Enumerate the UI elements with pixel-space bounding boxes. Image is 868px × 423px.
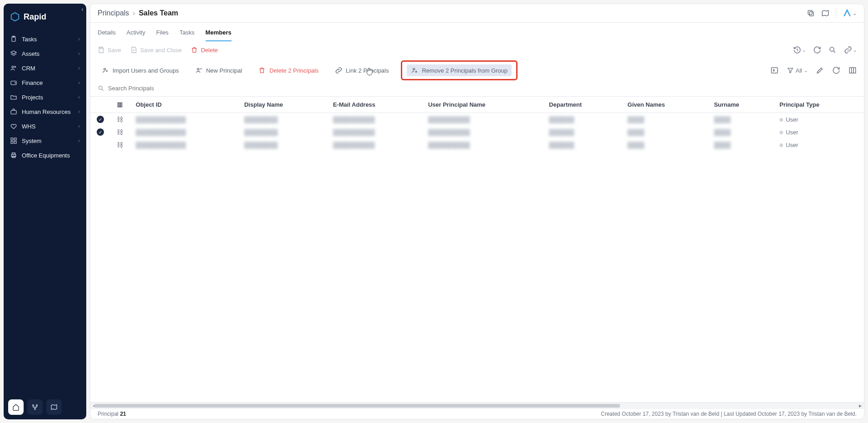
new-principal-button[interactable]: New Principal: [191, 64, 246, 76]
save-toolbar: Save Save and Close Delete ⌄ ⌄: [90, 41, 864, 59]
sidebar-item-system[interactable]: System ›: [4, 133, 86, 148]
action-toolbar-right: All ⌄: [770, 66, 857, 74]
remove-principals-button[interactable]: Remove 2 Principals from Group: [407, 64, 512, 76]
import-users-button[interactable]: Import Users and Groups: [98, 64, 183, 76]
column-picker-header[interactable]: [110, 97, 129, 113]
sidebar-item-whs[interactable]: WHS ›: [4, 119, 86, 133]
app-menu-button[interactable]: ⌄: [843, 9, 857, 18]
tab-activity[interactable]: Activity: [127, 25, 145, 41]
app-logo: Rapid: [4, 4, 86, 32]
heart-icon: [10, 123, 17, 130]
svg-point-5: [15, 66, 16, 68]
edit-button[interactable]: [816, 66, 824, 74]
svg-point-17: [36, 405, 38, 406]
history-icon: [793, 46, 801, 54]
filter-icon: [787, 67, 794, 74]
breadcrumb-parent[interactable]: Principals: [98, 9, 129, 17]
dock-home-button[interactable]: [8, 399, 24, 415]
table-row[interactable]: ✓ ⛓ ████████████████████████████████████…: [90, 113, 864, 126]
sidebar-item-human-resources[interactable]: Human Resources ›: [4, 104, 86, 119]
tab-details[interactable]: Details: [98, 25, 116, 41]
dock-hierarchy-button[interactable]: [27, 399, 43, 415]
save-toolbar-right: ⌄ ⌄: [793, 46, 857, 54]
table-row[interactable]: ⛓ ██████████████████████████████████████…: [90, 138, 864, 151]
tab-tasks[interactable]: Tasks: [179, 25, 194, 41]
sidebar-item-label: Assets: [22, 50, 39, 57]
columns-button[interactable]: [848, 66, 857, 74]
refresh-list-button[interactable]: [832, 66, 840, 74]
svg-rect-35: [118, 103, 118, 107]
trash-icon: [258, 67, 266, 74]
col-surname[interactable]: Surname: [708, 97, 773, 113]
search-icon: [98, 85, 104, 92]
save-button[interactable]: Save: [98, 46, 121, 54]
status-bar: Principal 21 Created October 17, 2023 by…: [90, 408, 864, 419]
search-button[interactable]: [829, 46, 837, 54]
table-row[interactable]: ✓ ⛓ ████████████████████████████████████…: [90, 126, 864, 138]
svg-rect-36: [119, 103, 120, 107]
col-email[interactable]: E-Mail Address: [326, 97, 422, 113]
delete-principals-button[interactable]: Delete 2 Principals: [254, 64, 322, 76]
svg-point-24: [830, 47, 834, 51]
button-label: Save: [108, 47, 121, 54]
chevron-right-icon: ›: [78, 36, 80, 42]
dock-map-button[interactable]: [46, 399, 62, 415]
map-icon[interactable]: [821, 9, 829, 17]
filter-dropdown[interactable]: All ⌄: [787, 67, 808, 74]
col-department[interactable]: Department: [542, 97, 621, 113]
tab-label: Members: [206, 29, 232, 36]
tab-members[interactable]: Members: [206, 25, 232, 41]
col-object-id[interactable]: Object ID: [129, 97, 238, 113]
sidebar-item-office-equipments[interactable]: Office Equipments: [4, 148, 86, 162]
col-upn[interactable]: User Principal Name: [422, 97, 542, 113]
link-dropdown[interactable]: ⌄: [844, 46, 857, 54]
logo-hex-icon: [10, 12, 20, 22]
svg-point-27: [197, 68, 199, 70]
sidebar-item-tasks[interactable]: Tasks ›: [4, 32, 86, 46]
refresh-button[interactable]: [813, 46, 821, 54]
folder-icon: [10, 93, 17, 101]
sidebar: ‹ Rapid Tasks › Assets › CRM ›: [4, 4, 86, 419]
delete-button[interactable]: Delete: [191, 46, 218, 54]
excel-icon: [770, 66, 779, 74]
svg-rect-9: [11, 138, 13, 140]
refresh-icon: [832, 66, 840, 74]
copy-icon[interactable]: [807, 9, 815, 17]
sidebar-item-finance[interactable]: Finance ›: [4, 75, 86, 90]
scrollbar-thumb[interactable]: [94, 404, 620, 408]
export-excel-button[interactable]: [770, 66, 779, 74]
row-selected-check-icon[interactable]: ✓: [97, 116, 104, 123]
sidebar-collapse-button[interactable]: ‹: [81, 5, 84, 13]
record-count: Principal 21: [98, 411, 126, 417]
link-principals-button[interactable]: Link 2 Principals: [331, 64, 393, 76]
chevron-right-icon: ›: [78, 123, 80, 129]
col-principal-type[interactable]: Principal Type: [773, 97, 864, 113]
highlight-annotation: Remove 2 Principals from Group: [401, 60, 518, 80]
row-selected-check-icon[interactable]: ✓: [97, 128, 104, 136]
col-given-names[interactable]: Given Names: [621, 97, 707, 113]
status-dot-icon: [779, 118, 783, 122]
search-input[interactable]: [108, 85, 857, 92]
chevron-right-icon: ›: [78, 108, 80, 115]
breadcrumb: Principals › Sales Team: [98, 9, 178, 17]
audit-meta: Created October 17, 2023 by Tristan van …: [601, 411, 857, 417]
svg-rect-8: [11, 110, 16, 114]
action-toolbar: Import Users and Groups New Principal De…: [90, 59, 864, 82]
chevron-right-icon: ›: [133, 9, 135, 17]
scroll-right-icon[interactable]: ▸: [857, 403, 864, 409]
save-close-icon: [130, 46, 138, 54]
save-and-close-button[interactable]: Save and Close: [130, 46, 182, 54]
svg-rect-23: [100, 47, 102, 49]
col-display-name[interactable]: Display Name: [238, 97, 326, 113]
horizontal-scrollbar[interactable]: ◂ ▸: [90, 402, 864, 408]
history-dropdown[interactable]: ⌄: [793, 46, 806, 54]
sidebar-item-assets[interactable]: Assets ›: [4, 46, 86, 61]
status-dot-icon: [779, 131, 783, 134]
tabs: Details Activity Files Tasks Members: [90, 23, 864, 41]
sidebar-item-crm[interactable]: CRM ›: [4, 61, 86, 75]
sidebar-item-projects[interactable]: Projects ›: [4, 90, 86, 104]
tab-files[interactable]: Files: [156, 25, 168, 41]
svg-marker-3: [11, 51, 16, 54]
users-icon: [10, 64, 17, 72]
user-type-icon: ⛓: [117, 116, 123, 123]
